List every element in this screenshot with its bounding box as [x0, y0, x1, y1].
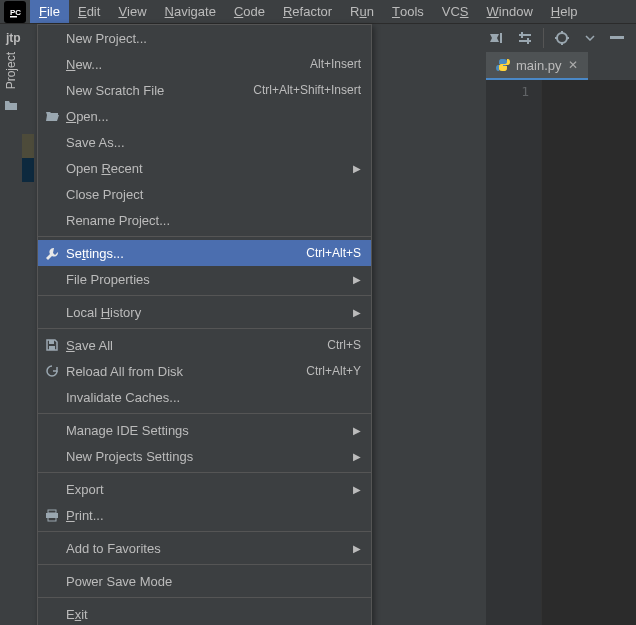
menu-item-label: Close Project	[66, 187, 143, 202]
menu-item-open-recent[interactable]: Open Recent▶	[38, 155, 371, 181]
menu-item-new-projects-settings[interactable]: New Projects Settings▶	[38, 443, 371, 469]
menu-item-label: Print...	[66, 508, 104, 523]
menu-item-label: Local History	[66, 305, 141, 320]
menu-item-label: Exit	[66, 607, 88, 622]
menu-separator	[38, 472, 371, 473]
submenu-arrow-icon: ▶	[353, 163, 361, 174]
menu-item-label: Manage IDE Settings	[66, 423, 189, 438]
menu-item-label: New Scratch File	[66, 83, 164, 98]
chevron-down-icon[interactable]	[578, 26, 602, 50]
menu-item-label: Rename Project...	[66, 213, 170, 228]
menu-item-label: File Properties	[66, 272, 150, 287]
menu-item-exit[interactable]: Exit	[38, 601, 371, 625]
menu-item-label: New...	[66, 57, 102, 72]
editor-area[interactable]: 1	[486, 52, 636, 625]
menu-item-close-project[interactable]: Close Project	[38, 181, 371, 207]
svg-point-9	[561, 37, 564, 40]
menubar: PC FileEditViewNavigateCodeRefactorRunTo…	[0, 0, 636, 24]
menu-item-save-all[interactable]: Save AllCtrl+S	[38, 332, 371, 358]
svg-text:PC: PC	[10, 8, 21, 17]
close-icon[interactable]: ✕	[568, 58, 578, 72]
editor-tabs: main.py ✕	[486, 52, 636, 80]
folder-open-icon	[44, 108, 60, 124]
menubar-item-run[interactable]: Run	[341, 0, 383, 23]
wrench-icon	[44, 245, 60, 261]
python-file-icon	[496, 58, 510, 72]
svg-rect-14	[610, 36, 624, 39]
menubar-item-edit[interactable]: Edit	[69, 0, 109, 23]
menu-item-print[interactable]: Print...	[38, 502, 371, 528]
svg-rect-3	[500, 33, 502, 43]
svg-rect-17	[48, 510, 56, 513]
svg-rect-2	[10, 16, 17, 18]
menu-item-label: Export	[66, 482, 104, 497]
svg-rect-4	[519, 34, 531, 36]
svg-rect-5	[521, 32, 523, 38]
menu-separator	[38, 564, 371, 565]
menu-shortcut: Alt+Insert	[310, 57, 361, 71]
menu-item-export[interactable]: Export▶	[38, 476, 371, 502]
menu-separator	[38, 531, 371, 532]
menu-item-label: Power Save Mode	[66, 574, 172, 589]
menu-separator	[38, 413, 371, 414]
menu-item-new-scratch-file[interactable]: New Scratch FileCtrl+Alt+Shift+Insert	[38, 77, 371, 103]
menu-item-invalidate-caches[interactable]: Invalidate Caches...	[38, 384, 371, 410]
menu-item-label: Save As...	[66, 135, 125, 150]
menubar-item-tools[interactable]: Tools	[383, 0, 433, 23]
menu-shortcut: Ctrl+Alt+Shift+Insert	[253, 83, 361, 97]
menubar-item-window[interactable]: Window	[478, 0, 542, 23]
toolbar-separator	[543, 28, 544, 48]
left-tool-rail: Project	[0, 52, 22, 172]
menubar-item-view[interactable]: View	[109, 0, 155, 23]
menubar-item-refactor[interactable]: Refactor	[274, 0, 341, 23]
project-tool-window-button[interactable]: Project	[4, 52, 18, 89]
menu-separator	[38, 295, 371, 296]
menubar-item-navigate[interactable]: Navigate	[156, 0, 225, 23]
gear-icon[interactable]	[550, 26, 574, 50]
menu-item-power-save-mode[interactable]: Power Save Mode	[38, 568, 371, 594]
menu-item-new[interactable]: New...Alt+Insert	[38, 51, 371, 77]
menu-shortcut: Ctrl+Alt+S	[306, 246, 361, 260]
menu-item-rename-project[interactable]: Rename Project...	[38, 207, 371, 233]
menu-item-file-properties[interactable]: File Properties▶	[38, 266, 371, 292]
menu-item-label: New Project...	[66, 31, 147, 46]
menu-separator	[38, 328, 371, 329]
editor-tab-label: main.py	[516, 58, 562, 73]
collapse-icon[interactable]	[610, 36, 624, 40]
menubar-item-file[interactable]: File	[30, 0, 69, 23]
line-number: 1	[486, 84, 529, 99]
menu-item-label: Open Recent	[66, 161, 143, 176]
sliders-icon[interactable]	[513, 26, 537, 50]
submenu-arrow-icon: ▶	[353, 451, 361, 462]
submenu-arrow-icon: ▶	[353, 484, 361, 495]
menu-separator	[38, 236, 371, 237]
menu-item-label: Add to Favorites	[66, 541, 161, 556]
menu-item-new-project[interactable]: New Project...	[38, 25, 371, 51]
menu-shortcut: Ctrl+S	[327, 338, 361, 352]
menu-item-label: Reload All from Disk	[66, 364, 183, 379]
menu-item-reload-all-from-disk[interactable]: Reload All from DiskCtrl+Alt+Y	[38, 358, 371, 384]
save-icon	[44, 337, 60, 353]
breadcrumb[interactable]: jtp	[6, 31, 21, 45]
menu-item-local-history[interactable]: Local History▶	[38, 299, 371, 325]
app-icon: PC	[4, 1, 26, 23]
menu-item-settings[interactable]: Settings...Ctrl+Alt+S	[38, 240, 371, 266]
menu-item-open[interactable]: Open...	[38, 103, 371, 129]
menubar-item-vcs[interactable]: VCS	[433, 0, 478, 23]
svg-rect-15	[49, 340, 54, 344]
menubar-item-code[interactable]: Code	[225, 0, 274, 23]
file-menu-dropdown: New Project...New...Alt+InsertNew Scratc…	[37, 24, 372, 625]
project-folder-icon[interactable]	[4, 99, 18, 111]
menubar-item-help[interactable]: Help	[542, 0, 587, 23]
menu-item-manage-ide-settings[interactable]: Manage IDE Settings▶	[38, 417, 371, 443]
editor-gutter: 1	[486, 80, 542, 625]
menu-item-add-to-favorites[interactable]: Add to Favorites▶	[38, 535, 371, 561]
build-icon[interactable]	[485, 26, 509, 50]
menu-item-label: New Projects Settings	[66, 449, 193, 464]
editor-tab-main[interactable]: main.py ✕	[486, 52, 588, 80]
menu-item-label: Invalidate Caches...	[66, 390, 180, 405]
submenu-arrow-icon: ▶	[353, 274, 361, 285]
menu-item-save-as[interactable]: Save As...	[38, 129, 371, 155]
svg-rect-7	[527, 38, 529, 44]
menu-item-label: Save All	[66, 338, 113, 353]
